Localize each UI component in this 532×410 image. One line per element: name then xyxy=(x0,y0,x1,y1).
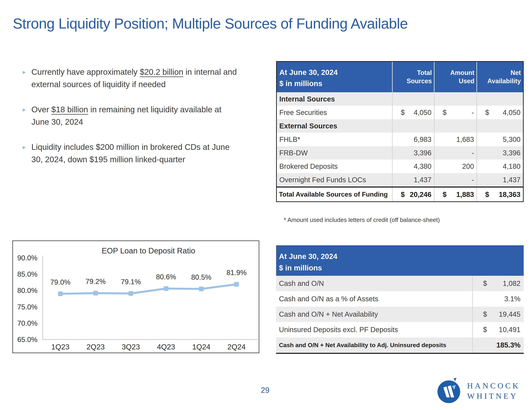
funding-header-title: At June 30, 2024 $ in millions xyxy=(277,62,392,92)
amount-value: - xyxy=(472,109,474,117)
dollar-sign: $ xyxy=(483,310,487,318)
amount-cell: $4,050 xyxy=(476,106,523,119)
amount-cell xyxy=(392,92,434,106)
amount-cell xyxy=(434,119,476,133)
amount-value: 18,363 xyxy=(499,191,521,199)
amount-cell: 185.3% xyxy=(472,337,524,353)
amount-cell: 3.1% xyxy=(472,291,524,307)
amount-cell xyxy=(476,119,523,133)
amount-value: 3.1% xyxy=(504,295,521,303)
amount-value: 4,050 xyxy=(503,109,521,117)
amount-cell: 3,396 xyxy=(392,146,434,160)
bullet-arrow-icon: ▸ xyxy=(23,103,26,128)
data-point-marker xyxy=(58,292,63,296)
amount-cell: 4,180 xyxy=(476,160,523,173)
table-row-free-securities: Free Securities $4,050 $- $4,050 xyxy=(277,106,523,119)
amount-cell: - xyxy=(434,146,476,160)
amount-value: - xyxy=(472,176,474,184)
dollar-sign: $ xyxy=(443,191,446,199)
table-row-cash-net-availability: Cash and O/N + Net Availability $19,445 xyxy=(276,307,524,322)
data-point-marker xyxy=(199,287,204,291)
amount-cell: $4,050 xyxy=(392,106,434,119)
amount-cell: $18,363 xyxy=(476,188,523,201)
dollar-sign: $ xyxy=(483,326,487,334)
funding-table-header: At June 30, 2024 $ in millions Total Sou… xyxy=(277,62,523,92)
amount-value: 1,883 xyxy=(456,191,474,199)
amount-cell: 5,300 xyxy=(476,133,523,146)
data-point-marker xyxy=(234,282,239,287)
eop-loan-to-deposit-chart: EOP Loan to Deposit Ratio65.0%70.0%75.0%… xyxy=(12,240,259,353)
dollar-sign: $ xyxy=(401,191,405,199)
amount-value: 3,396 xyxy=(414,149,431,157)
liquidity-metrics-table: At June 30, 2024 $ in millions Cash and … xyxy=(276,245,524,354)
data-label: 79.0% xyxy=(50,278,70,286)
data-label: 81.9% xyxy=(227,269,247,276)
table-row-cash-pct-assets: Cash and O/N as a % of Assets 3.1% xyxy=(276,291,524,307)
amount-cell: $10,491 xyxy=(472,322,524,337)
bullet-item: ▸ Currently have approximately $20.2 bil… xyxy=(23,66,244,91)
x-axis-tick-label: 2Q23 xyxy=(86,343,105,351)
data-line xyxy=(60,284,236,294)
data-point-marker xyxy=(93,291,98,295)
y-axis-tick-label: 90.0% xyxy=(17,254,38,262)
bullet-item: ▸ Over $18 billion in remaining net liqu… xyxy=(23,103,244,128)
dollar-sign: $ xyxy=(401,109,405,117)
liquidity-table-header: At June 30, 2024 $ in millions xyxy=(276,245,524,276)
data-label: 79.1% xyxy=(121,278,141,286)
y-axis-tick-label: 85.0% xyxy=(17,270,38,278)
data-point-marker xyxy=(164,286,168,291)
hancock-whitney-wordmark: HANCOCK WHITNEY xyxy=(467,381,520,401)
amount-cell xyxy=(476,92,523,106)
amount-value: 185.3% xyxy=(496,341,521,349)
amount-value: 1,437 xyxy=(503,176,521,184)
amount-value: 1,437 xyxy=(414,176,431,184)
col-header-net-availability: Net Availability xyxy=(476,62,523,92)
footnote: * Amount used includes letters of credit… xyxy=(284,216,440,223)
amount-value: 4,380 xyxy=(414,162,431,170)
amount-cell: 1,437 xyxy=(476,173,523,186)
dollar-sign: $ xyxy=(483,280,487,287)
slide: Strong Liquidity Position; Multiple Sour… xyxy=(0,0,532,410)
col-header-amount-used: Amount Used xyxy=(434,62,476,92)
x-axis-tick-label: 4Q23 xyxy=(157,343,175,351)
bullet-arrow-icon: ▸ xyxy=(23,66,26,91)
data-label: 80.5% xyxy=(191,273,211,281)
amount-value: 19,445 xyxy=(499,310,521,318)
table-row-fhlb: FHLB* 6,983 1,683 5,300 xyxy=(277,133,523,146)
hancock-whitney-logo: HANCOCK WHITNEY xyxy=(437,378,520,404)
amount-cell: $- xyxy=(434,106,476,119)
hancock-whitney-logo-icon xyxy=(437,378,461,404)
eop-chart-svg: EOP Loan to Deposit Ratio65.0%70.0%75.0%… xyxy=(13,241,259,353)
amount-cell: $20,246 xyxy=(392,188,434,201)
amount-value: 1,082 xyxy=(503,280,521,287)
x-axis-tick-label: 1Q23 xyxy=(51,343,69,351)
chart-title: EOP Loan to Deposit Ratio xyxy=(102,246,195,255)
amount-cell: 1,683 xyxy=(434,133,476,146)
table-row-total-available: Total Available Sources of Funding $20,2… xyxy=(277,186,523,201)
table-row-external-sources: External Sources xyxy=(277,119,523,133)
y-axis-tick-label: 75.0% xyxy=(17,303,38,311)
table-row-frb-dw: FRB-DW 3,396 - 3,396 xyxy=(277,146,523,160)
amount-cell: - xyxy=(434,173,476,186)
amount-cell: 4,380 xyxy=(392,160,434,173)
bullet-item: ▸ Liquidity includes $200 million in bro… xyxy=(23,141,244,166)
bullet-text: Currently have approximately $20.2 billi… xyxy=(31,66,241,91)
amount-cell: 3,396 xyxy=(476,146,523,160)
dollar-sign: $ xyxy=(443,109,446,117)
amount-cell: 200 xyxy=(434,160,476,173)
amount-value: 10,491 xyxy=(499,326,521,334)
x-axis-tick-label: 1Q24 xyxy=(192,343,210,351)
table-row-cash-on: Cash and O/N $1,082 xyxy=(276,276,524,291)
amount-value: 6,983 xyxy=(414,136,431,144)
x-axis-tick-label: 3Q23 xyxy=(122,343,140,351)
amount-value: 20,246 xyxy=(410,191,431,199)
x-axis-tick-label: 2Q24 xyxy=(227,343,246,351)
bullet-text: Liquidity includes $200 million in broke… xyxy=(31,141,241,166)
amount-cell xyxy=(434,92,476,106)
dollar-sign: $ xyxy=(485,109,489,117)
col-header-total-sources: Total Sources xyxy=(392,62,434,92)
amount-value: 3,396 xyxy=(503,149,521,157)
page-title: Strong Liquidity Position; Multiple Sour… xyxy=(13,15,408,32)
table-row-overnight-fed-funds: Overnight Fed Funds LOCs 1,437 - 1,437 xyxy=(277,173,523,186)
amount-cell xyxy=(392,119,434,133)
